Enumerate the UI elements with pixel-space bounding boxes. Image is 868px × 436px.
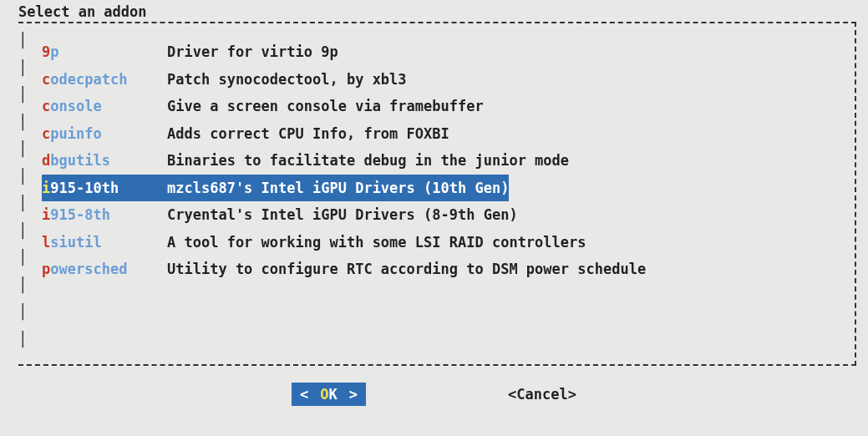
dialog-title: Select an addon (0, 0, 868, 20)
list-item[interactable]: i915-8th Cryental's Intel iGPU Drivers (… (42, 201, 855, 229)
item-key: lsiutil (42, 229, 167, 256)
addon-list-box: ││││││││││││ 9p Driver for virtio 9pcode… (18, 22, 856, 366)
addon-list[interactable]: 9p Driver for virtio 9pcodecpatch Patch … (18, 23, 855, 283)
item-hotkey: p (42, 261, 50, 277)
item-desc: A tool for working with some LSI RAID co… (167, 229, 586, 256)
item-rest: bgutils (50, 152, 110, 169)
button-row: < OK > <Cancel> (0, 383, 868, 406)
chevron-right-icon: > (344, 383, 363, 406)
list-item[interactable]: powersched Utility to configure RTC acco… (42, 256, 855, 283)
item-rest: puinfo (50, 125, 101, 142)
ok-rest: K (329, 386, 338, 403)
item-rest: owersched (50, 261, 127, 277)
cancel-button[interactable]: <Cancel> (508, 383, 576, 406)
item-key: i915-8th (42, 201, 167, 229)
item-hotkey: i (42, 206, 50, 223)
item-hotkey: c (42, 98, 50, 114)
item-rest: 915-8th (50, 206, 110, 223)
item-rest: 915-10th (50, 180, 119, 196)
item-hotkey: c (42, 125, 50, 142)
item-rest: p (50, 43, 58, 60)
item-hotkey: i (42, 180, 50, 196)
item-key: dbgutils (42, 147, 167, 175)
item-key: codecpatch (42, 66, 167, 94)
item-rest: odecpatch (50, 71, 127, 88)
item-desc: Driver for virtio 9p (167, 38, 338, 66)
item-rest: siutil (50, 234, 101, 251)
chevron-left-icon: < (295, 383, 313, 406)
item-key: powersched (42, 256, 167, 283)
item-desc: Adds correct CPU Info, from FOXBI (167, 120, 449, 148)
list-item[interactable]: console Give a screen console via frameb… (42, 93, 855, 120)
ok-button[interactable]: < OK > (292, 383, 366, 406)
box-left-border: ││││││││││││ (18, 27, 27, 361)
list-item[interactable]: cpuinfo Adds correct CPU Info, from FOXB… (42, 120, 855, 148)
item-hotkey: d (42, 152, 50, 169)
item-hotkey: c (42, 71, 50, 88)
item-desc: Give a screen console via framebuffer (167, 93, 484, 120)
item-hotkey: l (42, 234, 50, 251)
item-desc: Cryental's Intel iGPU Drivers (8-9th Gen… (167, 201, 518, 229)
item-desc: Patch synocodectool, by xbl3 (167, 66, 407, 94)
item-desc: mzcls687's Intel iGPU Drivers (10th Gen) (167, 175, 509, 202)
item-hotkey: 9 (42, 43, 50, 60)
item-key: cpuinfo (42, 120, 167, 148)
item-key: console (42, 93, 167, 120)
ok-hotkey: O (320, 386, 328, 403)
list-item[interactable]: lsiutil A tool for working with some LSI… (42, 229, 855, 256)
item-rest: onsole (50, 98, 101, 114)
list-item[interactable]: 9p Driver for virtio 9p (42, 38, 855, 66)
list-item[interactable]: codecpatch Patch synocodectool, by xbl3 (42, 66, 855, 94)
list-item[interactable]: i915-10th mzcls687's Intel iGPU Drivers … (42, 175, 855, 202)
item-key: i915-10th (42, 175, 167, 202)
item-desc: Binaries to facilitate debug in the juni… (167, 147, 569, 175)
item-key: 9p (42, 38, 167, 66)
item-desc: Utility to configure RTC according to DS… (167, 256, 646, 283)
list-item[interactable]: dbgutils Binaries to facilitate debug in… (42, 147, 855, 175)
